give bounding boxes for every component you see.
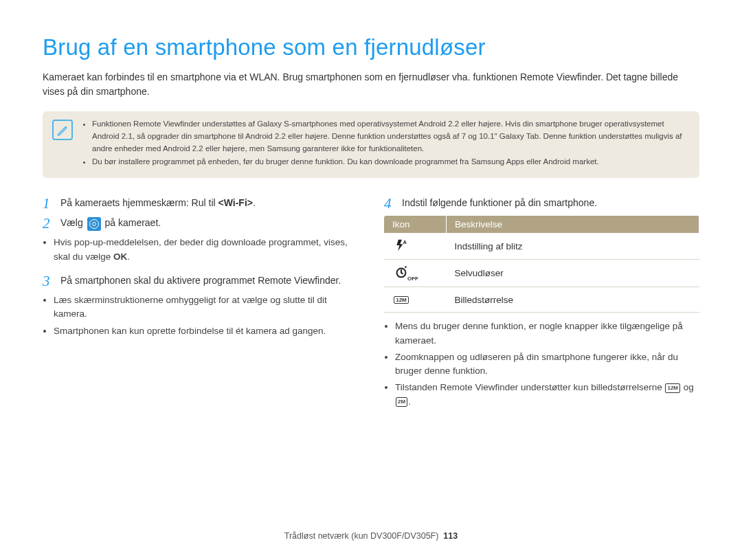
- step-4-sub: Tilstanden Remote Viewfinder understøtte…: [395, 381, 699, 409]
- remote-viewfinder-icon: [87, 217, 101, 231]
- step-number: 2: [43, 216, 54, 232]
- table-head-desc: Beskrivelse: [447, 216, 699, 233]
- step-2-note: Hvis pop-up-meddelelsen, der beder dig d…: [54, 236, 358, 264]
- step-1-text: På kameraets hjemmeskærm: Rul til <Wi-Fi…: [60, 196, 358, 212]
- left-column: 1 På kameraets hjemmeskærm: Rul til <Wi-…: [43, 196, 358, 418]
- svg-text:A: A: [403, 239, 407, 245]
- step-number: 4: [384, 196, 395, 212]
- step-4-text: Indstil følgende funktioner på din smart…: [402, 196, 699, 212]
- table-row: 12M Billedstørrelse: [384, 287, 699, 313]
- size-12m-icon: 12M: [665, 383, 680, 393]
- page-title: Brug af en smartphone som en fjernudløse…: [43, 34, 699, 60]
- table-head-icon: Ikon: [384, 216, 447, 233]
- step-4-sub: Mens du bruger denne funktion, er nogle …: [395, 320, 699, 348]
- page-number: 113: [443, 531, 458, 541]
- size-icon: 12M: [392, 292, 410, 307]
- step-number: 3: [43, 273, 54, 289]
- note-item: Funktionen Remote Viewfinder understøtte…: [92, 118, 688, 155]
- flash-icon: A: [392, 238, 410, 253]
- size-2m-icon: 2M: [396, 397, 407, 407]
- step-3-sub: Smartphonen kan kun oprette forbindelse …: [54, 324, 358, 338]
- note-box: Funktionen Remote Viewfinder understøtte…: [43, 111, 699, 178]
- table-row: OFF Selvudløser: [384, 260, 699, 287]
- right-column: 4 Indstil følgende funktioner på din sma…: [384, 196, 699, 418]
- step-number: 1: [43, 196, 54, 212]
- step-2-text: Vælg på kameraet.: [60, 216, 358, 232]
- note-item: Du bør installere programmet på enheden,…: [92, 156, 688, 168]
- step-4-sub: Zoomknappen og udløseren på din smartpho…: [395, 350, 699, 379]
- step-3-text: På smartphonen skal du aktivere programm…: [60, 273, 358, 289]
- note-icon: [52, 120, 73, 140]
- page-footer: Trådløst netværk (kun DV300F/DV305F) 113: [0, 531, 742, 541]
- table-row: A Indstilling af blitz: [384, 233, 699, 260]
- step-3-sub: Læs skærminstruktionerne omhyggeligt for…: [54, 293, 358, 322]
- settings-table: Ikon Beskrivelse A Indstilling af blitz …: [384, 216, 699, 313]
- intro-paragraph: Kameraet kan forbindes til en smartphone…: [43, 70, 699, 99]
